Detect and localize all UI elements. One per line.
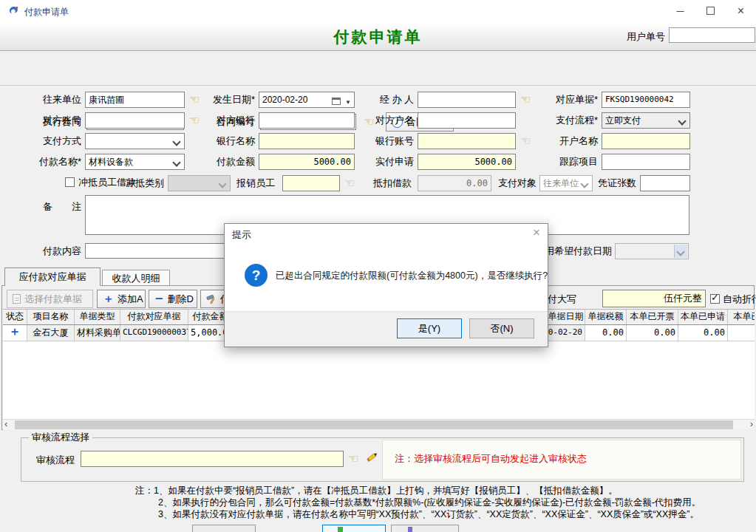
select-pay-doc-button[interactable]: 选择付款单据 [7,290,93,308]
ref-doc-field[interactable]: FKSQD190000042 [602,92,690,108]
reimburse-staff-field[interactable] [282,175,340,191]
amount-in-words-field[interactable]: 伍仟元整 [602,290,706,307]
note-line-1: 注：1、如果在付款中要“报销员工借款”，请在【冲抵员工借款】上打钩，并填写好【报… [135,485,618,497]
party-account-field[interactable] [85,112,185,129]
pay-method-label: 支付方式 [15,135,81,147]
date-dropdown-icon[interactable]: ▼ [345,96,351,108]
bottom-button-2-icon [338,527,343,532]
scrollbar-thumb[interactable] [15,420,733,429]
col-applied[interactable]: 本单已申请 [678,310,728,324]
scroll-right-arrow-icon[interactable]: › [750,418,753,429]
remark-label: 备 注 [15,201,81,213]
party-bank-field[interactable] [259,112,355,129]
col-paid[interactable]: 本单已付款 [728,310,755,324]
no-button[interactable]: 否(N) [469,318,534,338]
dialog-close-icon[interactable]: × [533,225,540,240]
bank-account-label: 银行账号 [358,135,414,147]
bank-account-lookup-hand-icon[interactable]: ☜ [520,134,535,149]
review-note-panel: 注：选择审核流程后可自动发起进入审核状态 [382,440,741,480]
pencil-icon[interactable] [366,451,379,463]
col-date[interactable]: 单据日期 [547,310,585,324]
auto-wrap-label: 自动折行 [723,293,756,305]
col-invoiced[interactable]: 本单已开票 [627,310,678,324]
user-doc-no-field[interactable] [669,27,755,43]
tab-payable-docs[interactable]: 应付款对应单据 [4,267,101,286]
pay-amount-field[interactable]: 5000.00 [259,154,355,170]
pay-flow-label: 支付流程* [536,115,598,126]
calendar-icon [332,95,341,108]
bottom-button-2[interactable] [322,525,386,532]
agent-field[interactable] [418,92,516,108]
voucher-count-field[interactable] [640,175,690,191]
document-icon [13,294,21,304]
bottom-button-1[interactable] [192,525,256,532]
offset-loan-checkbox[interactable] [65,177,75,187]
actual-apply-field[interactable]: 5000.00 [418,154,516,170]
date-label: 发生日期* [200,94,255,106]
payment-request-window: 付款申请单 ─ × 付款申请单 用户单号 执行合同 采购合同 合同编号 CGHT… [0,0,756,532]
agent-label: 经 办 人 [358,94,414,106]
dialog-message: 已超出合同规定的付款限额(可付款金额为4800元)，是否继续执行? [276,270,548,282]
note-line-3: 3、如果付款没有对应付款单据，请在付款名称中写明“XX预付款”、“XX订货款”、… [158,508,699,521]
col-project[interactable]: 项目名称 [27,310,75,324]
party-account-label: 对方账号 [15,115,81,126]
delete-row-button[interactable]: − 删除D [149,290,197,308]
row-applied-cell: 0.00 [678,325,728,341]
horizontal-scrollbar[interactable]: ‹ › [3,419,755,430]
pay-name-select[interactable]: 材料设备款 [85,154,185,170]
date-field[interactable]: 2020-02-20 ▼ [259,92,355,108]
pay-amount-label: 付款金额 [200,156,255,168]
offset-type-select[interactable] [168,175,231,191]
title-bar: 付款申请单 ─ × [0,0,756,23]
bottom-button-3[interactable] [391,525,459,532]
actual-apply-label: 实付申请 [358,156,414,168]
bank-name-field[interactable] [259,133,355,149]
dialog-footer: 是(Y) 否(N) [225,311,548,347]
row-tax-cell: 0.00 [585,325,627,341]
pay-flow-select[interactable]: 立即支付 [602,112,690,129]
review-group-title: 审核流程选择 [29,432,92,443]
row-paid-cell: 0.00 [728,325,755,341]
pay-target-select[interactable]: 往来单位 [539,175,593,191]
dropdown-arrow-box [674,245,687,258]
user-doc-no-label: 用户单号 [584,31,665,43]
reimburse-staff-label: 报销员工 [231,177,275,189]
contract-row: 执行合同 采购合同 合同编号 CGHT200211003 ☜ i 合同信息 [0,50,756,86]
question-icon: ? [245,264,268,287]
maximize-button[interactable] [695,0,726,21]
scroll-left-arrow-icon[interactable]: ‹ [4,418,7,429]
agent-lookup-hand-icon[interactable]: ☜ [520,93,535,108]
track-project-field[interactable] [602,154,690,170]
partner-unit-label: 往来单位 [15,94,81,106]
maximize-icon [706,7,715,15]
close-button[interactable]: × [726,0,756,21]
track-project-label: 跟踪项目 [536,156,598,168]
account-name-label: 开户名称 [536,135,598,147]
chevron-down-icon [172,158,180,166]
review-lookup-hand-icon[interactable]: ☜ [348,452,363,467]
col-status[interactable]: 状态 [3,310,27,324]
tab-payee-detail[interactable]: 收款人明细 [102,270,170,286]
pay-method-select[interactable] [85,133,185,149]
bank-account-field[interactable] [418,133,516,149]
auto-wrap-checkbox[interactable]: ✓ [710,294,720,304]
dialog-title: 提示 [232,229,251,241]
deduct-loan-field: 0.00 [418,175,491,191]
col-doc-no[interactable]: 付款对应单据 [120,310,188,324]
chevron-down-icon [678,117,686,125]
row-doc-type-cell: 材料采购单 [75,325,120,341]
reimburse-lookup-hand-icon[interactable]: ☜ [344,177,359,191]
col-doc-type[interactable]: 单据类型 [75,310,120,324]
account-name-field[interactable] [602,133,690,149]
row-status-cell: ＋ [3,325,27,341]
col-tax[interactable]: 单据税额 [585,310,627,324]
minimize-button[interactable]: ─ [665,0,695,21]
ref-doc-label: 对应单据* [536,94,598,106]
partner-unit-field[interactable]: 康讯苗圃 [85,92,185,108]
party-bank-label: 对方银行 [200,115,255,126]
party-name-field[interactable] [418,112,516,129]
row-project-cell: 金石大厦 [27,325,75,341]
review-flow-field[interactable] [81,451,344,467]
yes-button[interactable]: 是(Y) [397,318,462,338]
add-row-button[interactable]: ＋ 添加A [97,290,146,308]
